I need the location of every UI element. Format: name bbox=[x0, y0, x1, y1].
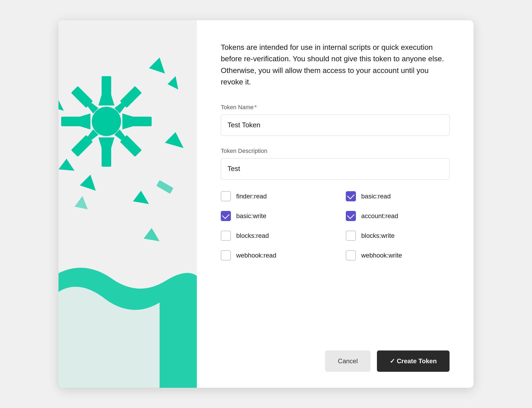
permission-label-finder-read: finder:read bbox=[236, 193, 267, 200]
svg-point-9 bbox=[92, 107, 121, 136]
permission-basic-write[interactable]: basic:write bbox=[221, 211, 325, 221]
modal-content: Tokens are intended for use in internal … bbox=[197, 20, 473, 388]
token-name-group: Token Name* bbox=[221, 104, 450, 136]
permission-label-webhook-write: webhook:write bbox=[361, 252, 402, 259]
checkbox-basic-read[interactable] bbox=[346, 191, 356, 201]
checkbox-finder-read[interactable] bbox=[221, 191, 231, 201]
permission-blocks-read[interactable]: blocks:read bbox=[221, 231, 325, 241]
description-text: Tokens are intended for use in internal … bbox=[221, 42, 450, 88]
checkbox-basic-write[interactable] bbox=[221, 211, 231, 221]
create-token-modal: Tokens are intended for use in internal … bbox=[59, 20, 473, 388]
permission-label-blocks-read: blocks:read bbox=[236, 232, 269, 239]
permission-label-blocks-write: blocks:write bbox=[361, 232, 394, 239]
permission-label-basic-write: basic:write bbox=[236, 212, 266, 220]
svg-rect-10 bbox=[102, 76, 111, 97]
token-description-group: Token Description bbox=[221, 148, 450, 179]
cancel-button[interactable]: Cancel bbox=[325, 350, 371, 372]
permission-label-basic-read: basic:read bbox=[361, 193, 391, 200]
permission-finder-read[interactable]: finder:read bbox=[221, 191, 325, 201]
permission-label-webhook-read: webhook:read bbox=[236, 252, 276, 259]
checkbox-webhook-read[interactable] bbox=[221, 250, 231, 260]
modal-footer: Cancel ✓ Create Token bbox=[221, 340, 450, 372]
permission-webhook-read[interactable]: webhook:read bbox=[221, 250, 325, 260]
checkbox-blocks-read[interactable] bbox=[221, 231, 231, 241]
permission-webhook-write[interactable]: webhook:write bbox=[346, 250, 450, 260]
svg-rect-12 bbox=[61, 117, 82, 126]
checkbox-blocks-write[interactable] bbox=[346, 231, 356, 241]
create-token-button[interactable]: ✓ Create Token bbox=[377, 350, 450, 372]
permission-account-read[interactable]: account:read bbox=[346, 211, 450, 221]
checkbox-account-read[interactable] bbox=[346, 211, 356, 221]
svg-rect-13 bbox=[130, 117, 152, 126]
svg-rect-11 bbox=[102, 145, 111, 167]
permission-blocks-write[interactable]: blocks:write bbox=[346, 231, 450, 241]
token-name-input[interactable] bbox=[221, 115, 450, 136]
decorative-svg bbox=[59, 20, 197, 388]
permission-basic-read[interactable]: basic:read bbox=[346, 191, 450, 201]
permission-label-account-read: account:read bbox=[361, 212, 398, 220]
checkbox-webhook-write[interactable] bbox=[346, 250, 356, 260]
token-name-label: Token Name* bbox=[221, 104, 450, 111]
required-star: * bbox=[255, 104, 257, 111]
permissions-grid: finder:read basic:read basic:write accou… bbox=[221, 191, 450, 260]
token-description-input[interactable] bbox=[221, 158, 450, 179]
decorative-panel bbox=[59, 20, 197, 388]
token-description-label: Token Description bbox=[221, 148, 450, 154]
